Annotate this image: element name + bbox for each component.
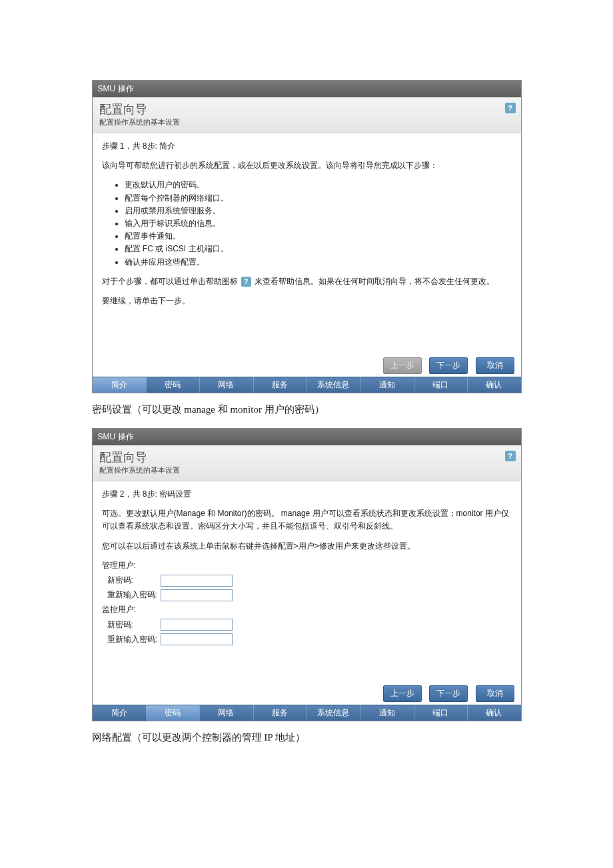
step-tab-services[interactable]: 服务 [253,705,306,721]
prev-button[interactable]: 上一步 [383,685,422,702]
wizard-step-nav: 简介 密码 网络 服务 系统信息 通知 端口 确认 [93,705,521,721]
wizard-title: 配置向导 [99,449,514,465]
intro-text: 该向导可帮助您进行初步的系统配置，或在以后更改系统设置。该向导将引导您完成以下步… [102,159,512,172]
wizard-content: 步骤 2，共 8步: 密码设置 可选。更改默认用户(Manage 和 Monit… [93,481,521,681]
reenter-password-label: 重新输入密码: [107,633,161,646]
wizard-content: 步骤 1，共 8步: 简介 该向导可帮助您进行初步的系统配置，或在以后更改系统设… [93,133,521,353]
step-tab-password[interactable]: 密码 [146,377,199,393]
step-tab-services[interactable]: 服务 [253,377,306,393]
step-tab-confirm[interactable]: 确认 [467,377,520,393]
step-tab-confirm[interactable]: 确认 [467,705,520,721]
next-button[interactable]: 下一步 [429,685,468,702]
step-tab-sysinfo[interactable]: 系统信息 [306,705,360,721]
wizard-subtitle: 配置操作系统的基本设置 [99,117,514,127]
wizard-header: 配置向导 配置操作系统的基本设置 ? [93,97,521,133]
monitor-reenter-password-input[interactable] [161,633,233,645]
new-password-label: 新密码: [107,619,161,631]
wizard-button-bar: 上一步 下一步 取消 [93,681,521,705]
list-item: 输入用于标识系统的信息。 [125,217,512,230]
manage-new-password-input[interactable] [161,575,233,587]
list-item: 配置每个控制器的网络端口。 [125,192,512,205]
password-desc2: 您可以在以后通过在该系统上单击鼠标右键并选择配置>用户>修改用户来更改这些设置。 [102,540,512,553]
wizard-button-bar: 上一步 下一步 取消 [93,353,521,377]
step-tab-notify[interactable]: 通知 [360,705,413,721]
help-hint-b: 来查看帮助信息。如果在任何时间取消向导，将不会发生任何更改。 [255,277,494,286]
step-indicator: 步骤 1，共 8步: 简介 [102,140,512,153]
help-icon[interactable]: ? [505,103,516,113]
step-tab-ports[interactable]: 端口 [414,377,467,393]
intro-bullet-list: 更改默认用户的密码。 配置每个控制器的网络端口。 启用或禁用系统管理服务。 输入… [125,179,512,268]
help-icon[interactable]: ? [241,277,251,287]
step-indicator: 步骤 2，共 8步: 密码设置 [102,488,512,501]
step-tab-notify[interactable]: 通知 [360,377,413,393]
section-caption-network: 网络配置（可以更改两个控制器的管理 IP 地址） [92,731,522,744]
list-item: 配置事件通知。 [125,230,512,243]
wizard-panel-password: SMU 操作 配置向导 配置操作系统的基本设置 ? 步骤 2，共 8步: 密码设… [92,428,522,721]
monitor-user-label: 监控用户: [102,603,155,616]
list-item: 确认并应用这些配置。 [125,256,512,269]
new-password-label: 新密码: [107,574,161,587]
password-desc1: 可选。更改默认用户(Manage 和 Monitor)的密码。 manage 用… [102,507,512,533]
next-button[interactable]: 下一步 [429,357,468,374]
manage-user-label: 管理用户: [102,559,155,572]
manage-reenter-password-input[interactable] [161,589,233,601]
help-hint-text: 对于个步骤，都可以通过单击帮助图标 ? 来查看帮助信息。如果在任何时间取消向导，… [102,275,512,288]
step-tab-sysinfo[interactable]: 系统信息 [306,377,360,393]
step-tab-intro[interactable]: 简介 [93,377,146,393]
step-tab-ports[interactable]: 端口 [414,705,467,721]
section-caption-password: 密码设置（可以更改 manage 和 monitor 用户的密码） [92,403,522,416]
prev-button: 上一步 [383,357,422,374]
wizard-step-nav: 简介 密码 网络 服务 系统信息 通知 端口 确认 [93,377,521,393]
monitor-new-password-input[interactable] [161,619,233,631]
wizard-panel-intro: SMU 操作 配置向导 配置操作系统的基本设置 ? 步骤 1，共 8步: 简介 … [92,80,522,393]
help-hint-a: 对于个步骤，都可以通过单击帮助图标 [102,277,238,286]
continue-text: 要继续，请单击下一步。 [102,295,512,307]
step-tab-network[interactable]: 网络 [199,705,253,721]
list-item: 配置 FC 或 iSCSI 主机端口。 [125,243,512,255]
window-titlebar: SMU 操作 [93,429,521,445]
wizard-header: 配置向导 配置操作系统的基本设置 ? [93,445,521,481]
cancel-button[interactable]: 取消 [476,357,514,374]
wizard-subtitle: 配置操作系统的基本设置 [99,465,514,475]
list-item: 更改默认用户的密码。 [125,179,512,191]
wizard-title: 配置向导 [99,101,514,117]
list-item: 启用或禁用系统管理服务。 [125,205,512,217]
window-titlebar: SMU 操作 [93,81,521,97]
step-tab-intro[interactable]: 简介 [93,705,146,721]
step-tab-network[interactable]: 网络 [199,377,253,393]
cancel-button[interactable]: 取消 [476,685,514,702]
step-tab-password[interactable]: 密码 [146,705,199,721]
help-icon[interactable]: ? [505,451,516,461]
reenter-password-label: 重新输入密码: [107,589,161,601]
